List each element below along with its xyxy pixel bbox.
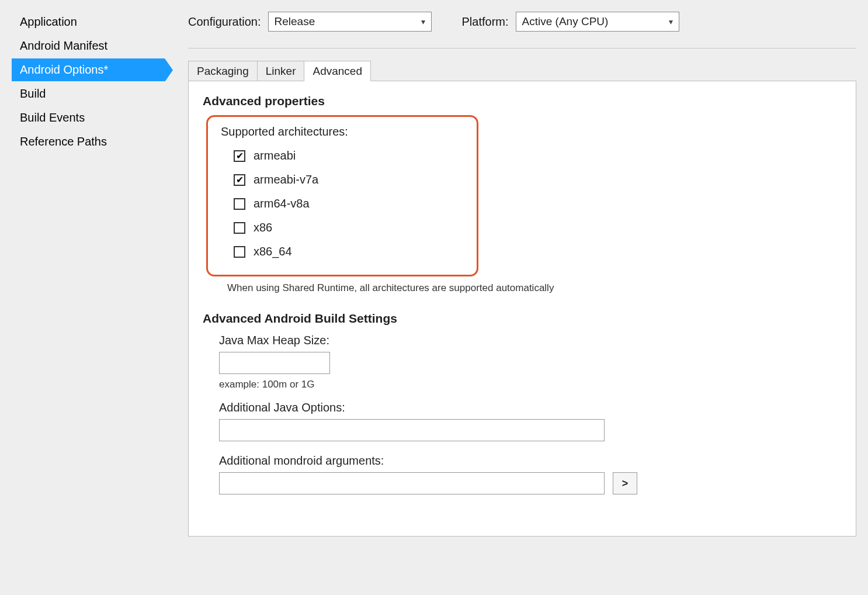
tab-row: Packaging Linker Advanced [188, 60, 856, 81]
project-properties-page: Application Android Manifest Android Opt… [0, 0, 868, 595]
platform-value: Active (Any CPU) [522, 15, 609, 28]
arch-label-x86-64: x86_64 [254, 245, 292, 258]
sidebar-item-build[interactable]: Build [12, 82, 165, 105]
mondroid-more-button[interactable]: > [613, 472, 637, 494]
checkbox-armeabi-v7a[interactable] [234, 174, 245, 186]
arch-row-x86-64: x86_64 [234, 241, 348, 262]
sidebar-nav: Application Android Manifest Android Opt… [12, 6, 165, 595]
chevron-down-icon: ▾ [421, 17, 425, 26]
configuration-value: Release [275, 15, 315, 28]
arch-row-x86: x86 [234, 217, 348, 238]
sidebar-item-android-manifest[interactable]: Android Manifest [12, 34, 165, 57]
checkbox-arm64-v8a[interactable] [234, 198, 245, 210]
main-panel: Configuration: Release ▾ Platform: Activ… [165, 6, 856, 595]
supported-architectures-label: Supported architectures: [221, 125, 348, 139]
checkbox-x86-64[interactable] [234, 246, 245, 258]
supported-architectures-highlight: Supported architectures: armeabi armeabi… [206, 115, 478, 276]
java-options-label: Additional Java Options: [219, 401, 842, 414]
java-options-input[interactable] [219, 419, 605, 441]
arch-row-armeabi-v7a: armeabi-v7a [234, 169, 348, 190]
architectures-hint: When using Shared Runtime, all architect… [227, 282, 842, 294]
config-row: Configuration: Release ▾ Platform: Activ… [188, 12, 856, 49]
advanced-build-settings-heading: Advanced Android Build Settings [203, 312, 842, 326]
tab-packaging[interactable]: Packaging [188, 61, 258, 81]
sidebar-item-reference-paths[interactable]: Reference Paths [12, 130, 165, 153]
advanced-properties-heading: Advanced properties [203, 94, 842, 108]
mondroid-args-input[interactable] [219, 472, 605, 494]
tab-linker[interactable]: Linker [257, 61, 305, 81]
platform-label: Platform: [462, 15, 509, 29]
tab-advanced[interactable]: Advanced [304, 61, 371, 81]
checkbox-x86[interactable] [234, 222, 245, 234]
mondroid-args-label: Additional mondroid arguments: [219, 454, 842, 468]
java-heap-input[interactable] [219, 352, 330, 374]
arch-label-x86: x86 [254, 221, 272, 234]
arch-label-arm64-v8a: arm64-v8a [254, 197, 310, 210]
checkbox-armeabi[interactable] [234, 150, 245, 162]
configuration-select[interactable]: Release ▾ [268, 12, 432, 32]
arch-label-armeabi-v7a: armeabi-v7a [254, 173, 318, 186]
java-heap-label: Java Max Heap Size: [219, 334, 842, 347]
advanced-panel: Advanced properties Supported architectu… [188, 81, 856, 537]
platform-select[interactable]: Active (Any CPU) ▾ [516, 12, 679, 32]
arch-row-arm64-v8a: arm64-v8a [234, 193, 348, 214]
chevron-down-icon: ▾ [669, 17, 673, 26]
arch-row-armeabi: armeabi [234, 146, 348, 166]
sidebar-item-android-options[interactable]: Android Options* [12, 58, 165, 81]
java-heap-example: example: 100m or 1G [219, 379, 842, 390]
arch-label-armeabi: armeabi [254, 149, 296, 162]
configuration-label: Configuration: [188, 15, 261, 29]
sidebar-item-build-events[interactable]: Build Events [12, 106, 165, 129]
sidebar-item-application[interactable]: Application [12, 11, 165, 33]
